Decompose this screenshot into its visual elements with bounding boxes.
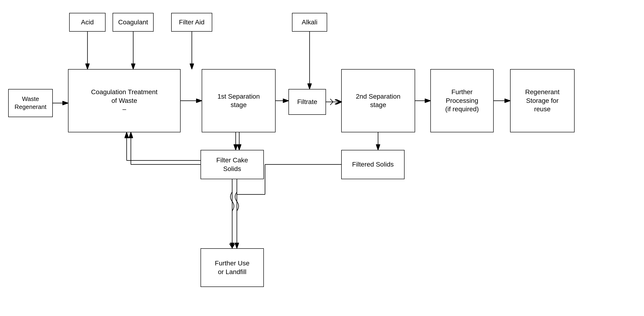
- acid-box: Acid: [69, 13, 106, 32]
- regenerant-storage-box: RegenerantStorage forreuse: [510, 69, 574, 132]
- filter-aid-box: Filter Aid: [171, 13, 212, 32]
- filtered-solids-box: Filtered Solids: [341, 150, 404, 179]
- further-processing-box: FurtherProcessing(if required): [430, 69, 494, 132]
- sep1-box: 1st Separationstage: [202, 69, 276, 132]
- coagulation-box: Coagulation Treatmentof Waste–: [68, 69, 180, 132]
- further-use-box: Further Useor Landfill: [200, 248, 264, 287]
- waste-regenerant-box: WasteRegenerant: [8, 89, 53, 117]
- sep2-box: 2nd Separationstage: [341, 69, 415, 132]
- filter-cake-box: Filter CakeSolids: [200, 150, 264, 179]
- alkali-box: Alkali: [292, 13, 327, 32]
- filtrate-box: Filtrate: [288, 89, 326, 115]
- flow-arrows: [0, 0, 644, 316]
- diagram-container: WasteRegenerant Acid Coagulant Filter Ai…: [0, 0, 644, 316]
- coagulant-box: Coagulant: [112, 13, 154, 32]
